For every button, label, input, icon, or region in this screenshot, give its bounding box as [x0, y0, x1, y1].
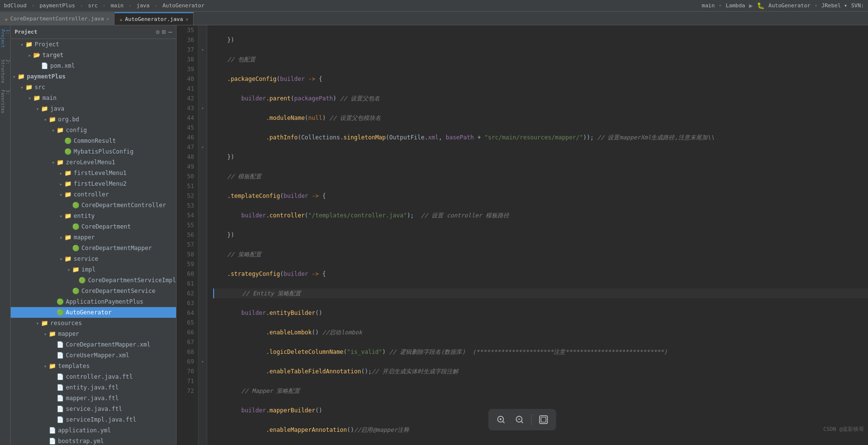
fold-marker-70[interactable]: ▾ [201, 359, 204, 364]
code-line-46: // 策略配置 [213, 250, 868, 259]
run-config[interactable]: AutoGenerator [769, 2, 810, 9]
tree-item-templates[interactable]: 📁 templates [11, 361, 176, 371]
topbar-lambda[interactable]: Lambda [726, 2, 745, 9]
code-line-44: builder.controller("/templates/controlle… [213, 211, 868, 220]
tree-item[interactable]: 📄 bootstrap.yml [11, 436, 176, 445]
topbar-autogenerator[interactable]: AutoGenerator [162, 2, 204, 9]
favorites-tab-btn[interactable]: 3: Favorites [0, 88, 10, 117]
tab-close-2[interactable]: ✕ [185, 17, 188, 22]
topbar-right: main ▾ Lambda ▶ 🐛 AutoGenerator ▾ JRebel… [702, 2, 864, 9]
topbar-src[interactable]: src [88, 2, 98, 9]
csdn-watermark: CSDN @蓝影铁哥 [823, 426, 864, 433]
topbar-main-tab[interactable]: main [702, 2, 715, 9]
tree-item[interactable]: 📁 java [11, 103, 176, 114]
project-sidebar: Project ⚙ ⊞ — 📁 Project 📂 target 📄 pom.x… [11, 25, 177, 445]
sidebar-header: Project ⚙ ⊞ — [11, 25, 176, 39]
code-line-42: // 模板配置 [213, 172, 868, 181]
code-line-40: .pathInfo(Collections.singletonMap(Outpu… [213, 133, 868, 142]
tree-item[interactable]: 📄 serviceImpl.java.ftl [11, 414, 176, 425]
editor-bottom-toolbar [489, 409, 556, 430]
fold-marker-47[interactable]: ▾ [201, 145, 204, 150]
tree-item-autogenerator[interactable]: 🟢 AutoGenerator [11, 307, 176, 318]
tree-item[interactable]: 📁 resources [11, 318, 176, 329]
topbar-java[interactable]: java [137, 2, 150, 9]
topbar-paymentplus[interactable]: paymentPlus [39, 2, 75, 9]
svn-label: SVN: [851, 2, 865, 9]
tree-item[interactable]: 📁 controller [11, 189, 176, 200]
jrebel-label[interactable]: JRebel ▾ [822, 2, 848, 9]
tab-autogenerator[interactable]: ☕ AutoGenerator.java ✕ [115, 12, 194, 25]
settings-icon[interactable]: ⚙ [156, 28, 160, 36]
sidebar-title: Project [15, 29, 37, 35]
topbar-main[interactable]: main [111, 2, 124, 9]
tree-item[interactable]: 📄 pom.xml [11, 60, 176, 71]
tree-item[interactable]: 📁 mapper [11, 329, 176, 339]
code-line-43: .templateConfig(builder -> { [213, 191, 868, 201]
line-numbers: 3536373839 4041424344 4546474849 5051525… [177, 25, 198, 445]
tree-item[interactable]: 📄 service.java.ftl [11, 404, 176, 414]
sidebar-icons: ⚙ ⊞ — [156, 28, 172, 36]
structure-tab-btn[interactable]: 2: Structure [0, 58, 10, 87]
tree-item[interactable]: 🟢 CoreDepartmentService [11, 286, 176, 296]
svg-rect-8 [541, 417, 546, 422]
tree-item[interactable]: 🟢 CoreDepartment [11, 221, 176, 232]
run-icon[interactable]: ▶ [749, 2, 753, 9]
zoom-in-button[interactable] [493, 411, 510, 428]
tree-item[interactable]: 📁 org.bd [11, 114, 176, 125]
editor-content: 3536373839 4041424344 4546474849 5051525… [177, 25, 868, 445]
code-editor[interactable]: 3536373839 4041424344 4546474849 5051525… [177, 25, 868, 445]
code-line-45: }) [213, 230, 868, 240]
project-tab-btn[interactable]: 1: Project [0, 27, 10, 57]
tree-item[interactable]: 📁 service [11, 253, 176, 264]
left-tabs-panel: 1: Project 2: Structure 3: Favorites [0, 25, 11, 445]
code-line-48: // Entity 策略配置 [213, 289, 868, 298]
tree-item[interactable]: 📁 entity [11, 211, 176, 221]
tree-item[interactable]: 📁 src [11, 82, 176, 93]
code-line-38: builder.parent(packagePath) // 设置父包名 [213, 94, 868, 103]
tree-item[interactable]: 🟢 ApplicationPaymentPlus [11, 296, 176, 307]
code-line-49: builder.entityBuilder() [213, 308, 868, 318]
top-bar: bdCloud › paymentPlus › src › main › jav… [0, 0, 868, 12]
tree-item[interactable]: 🟢 CommonResult [11, 135, 176, 146]
tree-item[interactable]: 📄 mapper.java.ftl [11, 393, 176, 404]
tree-item[interactable]: 📁 paymentPlus [11, 71, 176, 82]
tree-item[interactable]: 📁 config [11, 125, 176, 135]
reset-zoom-button[interactable] [535, 411, 552, 428]
code-line-53: // Mapper 策略配置 [213, 386, 868, 396]
tree-item[interactable]: 🟢 MybatisPlusConfig [11, 146, 176, 157]
tree-item[interactable]: 📁 firstLevelMenu1 [11, 168, 176, 178]
tree-item[interactable]: 📁 main [11, 93, 176, 103]
code-line-52: .enableTableFieldAnnotation();// 开启生成实体时… [213, 367, 868, 376]
tree-item[interactable]: 📁 mapper [11, 232, 176, 243]
code-line-50: .enableLombok() //启动lombok [213, 328, 868, 337]
tree-item[interactable]: 📁 firstLevelMenu2 [11, 178, 176, 189]
close-sidebar-icon[interactable]: — [168, 28, 172, 36]
tree-item[interactable]: 📄 application.yml [11, 425, 176, 436]
tab-bar: ☕ CoreDepartmentController.java ✕ ☕ Auto… [0, 12, 868, 25]
tree-item[interactable]: 🟢 CoreDepartmentMapper [11, 243, 176, 253]
debug-icon[interactable]: 🐛 [757, 2, 765, 9]
tree-item[interactable]: 📄 entity.java.ftl [11, 382, 176, 393]
fold-marker-43[interactable]: ▾ [201, 106, 204, 111]
tree-item[interactable]: 📂 target [11, 50, 176, 60]
zoom-out-button[interactable] [511, 411, 529, 428]
java-file-icon: ☕ [5, 16, 8, 21]
main-content: 1: Project 2: Structure 3: Favorites Pro… [0, 25, 868, 445]
tree-item[interactable]: 📄 controller.java.ftl [11, 371, 176, 382]
code-content: }) // 包配置 .packageConfig(builder -> { bu… [207, 25, 868, 445]
tree-item[interactable]: 📁 Project [11, 39, 176, 50]
tree-item[interactable]: 📁 impl [11, 264, 176, 275]
layout-icon[interactable]: ⊞ [162, 28, 166, 36]
fold-marker-37[interactable]: ▾ [201, 47, 204, 52]
tab-close-1[interactable]: ✕ [106, 16, 109, 21]
tree-item[interactable]: 📄 CoreDepartmentMapper.xml [11, 339, 176, 350]
svg-line-6 [521, 422, 523, 424]
tree-item[interactable]: 🟢 CoreDepartmentServiceImpl [11, 275, 176, 286]
code-line-37: .packageConfig(builder -> { [213, 74, 868, 84]
tree-item[interactable]: 📄 CoreUserMapper.xml [11, 350, 176, 361]
tree-item[interactable]: 🟢 CoreDepartmentController [11, 200, 176, 211]
tree-item[interactable]: 📁 zeroLevelMenu1 [11, 157, 176, 168]
tab-core-department[interactable]: ☕ CoreDepartmentController.java ✕ [0, 12, 115, 25]
gutter-area: ▾ ▾ ▾ ▾ [198, 25, 207, 445]
topbar-bdcloud[interactable]: bdCloud [4, 2, 26, 9]
